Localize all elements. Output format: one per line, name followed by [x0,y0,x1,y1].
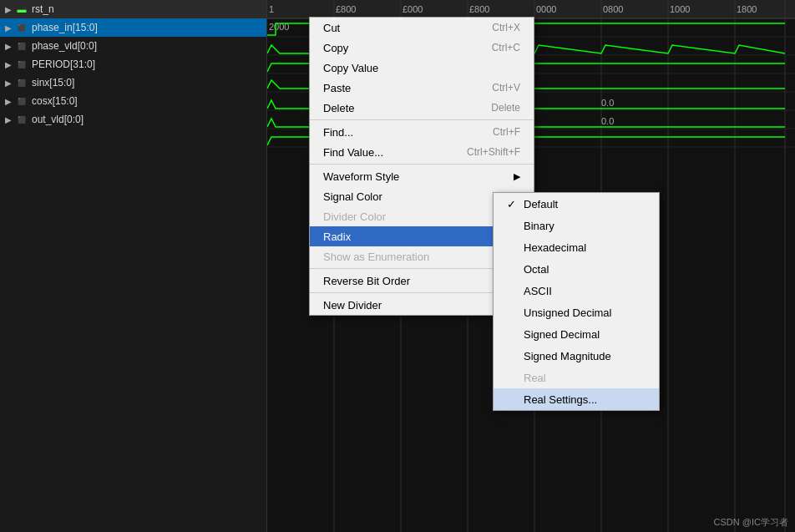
menu-label-reverse_bit: Reverse Bit Order [323,275,410,287]
radix-submenu: ✓DefaultBinaryHexadecimalOctalASCIIUnsig… [493,192,660,411]
menu-label-waveform_style: Waveform Style [323,170,399,183]
radix-label-octal: Octal [524,263,549,276]
radix-label-signed_decimal: Signed Decimal [524,328,600,341]
signal-name-cosx: cosx[15:0] [32,95,78,107]
expand-arrow-sinx[interactable]: ▶ [3,78,13,88]
shortcut-copy: Ctrl+C [492,42,520,53]
menu-label-find: Find... [323,126,353,139]
menu-label-copy_value: Copy Value [323,62,378,74]
signal-name-phase_in: phase_in[15:0] [32,22,98,33]
signal-item-sinx[interactable]: ▶⬛sinx[15:0] [0,73,266,92]
menu-item-find_value[interactable]: Find Value...Ctrl+Shift+F [310,142,534,162]
radix-item-hexadecimal[interactable]: Hexadecimal [494,236,659,258]
signal-list: ▶▬rst_n▶⬛phase_in[15:0]▶⬛phase_vld[0:0]▶… [0,0,266,129]
radix-label-hexadecimal: Hexadecimal [524,241,586,254]
signal-item-out_vld[interactable]: ▶⬛out_vld[0:0] [0,110,266,129]
signal-icon-sinx: ⬛ [15,76,28,89]
signal-icon-out_vld: ⬛ [15,113,28,126]
signal-name-out_vld: out_vld[0:0] [32,114,84,125]
menu-label-divider_color: Divider Color [323,210,386,223]
signal-item-phase_vld[interactable]: ▶⬛phase_vld[0:0] [0,37,266,55]
expand-arrow-phase_vld[interactable]: ▶ [3,41,13,51]
signal-name-PERIOD: PERIOD[31:0] [32,58,95,70]
expand-arrow-phase_in[interactable]: ▶ [3,23,13,33]
shortcut-find_value: Ctrl+Shift+F [467,146,520,158]
expand-arrow-PERIOD[interactable]: ▶ [3,59,13,69]
signal-sidebar: ▶▬rst_n▶⬛phase_in[15:0]▶⬛phase_vld[0:0]▶… [0,0,267,532]
signal-item-phase_in[interactable]: ▶⬛phase_in[15:0] [0,18,266,37]
radix-item-default[interactable]: ✓Default [494,193,659,215]
radix-label-real_settings: Real Settings... [524,393,597,406]
context-menu-overlay: CutCtrl+XCopyCtrl+CCopy ValuePasteCtrl+V… [267,0,795,532]
menu-label-signal_color: Signal Color [323,190,382,203]
menu-label-copy: Copy [323,42,348,54]
radix-item-real: Real [494,367,659,388]
menu-separator-sep2 [310,164,534,165]
signal-icon-cosx: ⬛ [15,94,28,108]
menu-item-delete[interactable]: DeleteDelete [310,98,534,118]
menu-separator-sep1 [310,119,534,120]
menu-item-find[interactable]: Find...Ctrl+F [310,122,534,142]
radix-item-octal[interactable]: Octal [494,258,659,280]
menu-label-delete: Delete [323,102,355,114]
signal-icon-phase_in: ⬛ [15,21,28,34]
radix-label-unsigned_decimal: Unsigned Decimal [524,307,612,319]
check-default: ✓ [507,198,520,210]
signal-item-PERIOD[interactable]: ▶⬛PERIOD[31:0] [0,55,266,73]
menu-label-cut: Cut [323,22,340,34]
menu-label-new_divider: New Divider [323,299,382,312]
menu-item-cut[interactable]: CutCtrl+X [310,18,534,38]
waveform-area: 1 2000 £800 £000 £800 0000 0800 1000 180… [267,0,795,532]
radix-item-real_settings[interactable]: Real Settings... [494,388,659,410]
menu-item-copy[interactable]: CopyCtrl+C [310,38,534,58]
radix-item-unsigned_decimal[interactable]: Unsigned Decimal [494,301,659,323]
radix-item-signed_decimal[interactable]: Signed Decimal [494,323,659,345]
signal-icon-PERIOD: ⬛ [15,58,28,71]
signal-name-sinx: sinx[15:0] [32,77,74,89]
menu-label-show_enum: Show as Enumeration [323,251,429,263]
radix-item-signed_magnitude[interactable]: Signed Magnitude [494,345,659,367]
signal-name-phase_vld: phase_vld[0:0] [32,40,97,52]
signal-icon-phase_vld: ⬛ [15,39,28,53]
radix-label-signed_magnitude: Signed Magnitude [524,350,611,362]
shortcut-delete: Delete [491,102,520,114]
menu-item-copy_value[interactable]: Copy Value [310,58,534,78]
shortcut-cut: Ctrl+X [492,22,520,33]
radix-label-default: Default [524,198,558,210]
shortcut-find: Ctrl+F [493,126,520,138]
signal-icon-rst_n: ▬ [15,3,28,16]
submenu-arrow-waveform_style: ▶ [514,171,520,182]
signal-name-rst_n: rst_n [32,3,54,15]
radix-item-binary[interactable]: Binary [494,215,659,236]
radix-item-ascii[interactable]: ASCII [494,280,659,301]
expand-arrow-rst_n[interactable]: ▶ [3,4,13,14]
radix-label-binary: Binary [524,220,554,232]
expand-arrow-cosx[interactable]: ▶ [3,96,13,106]
menu-item-paste[interactable]: PasteCtrl+V [310,78,534,98]
shortcut-paste: Ctrl+V [492,82,520,94]
signal-item-rst_n[interactable]: ▶▬rst_n [0,0,266,18]
menu-item-waveform_style[interactable]: Waveform Style▶ [310,166,534,186]
signal-item-cosx[interactable]: ▶⬛cosx[15:0] [0,92,266,110]
menu-label-radix: Radix [323,231,351,243]
radix-label-real: Real [524,372,546,384]
menu-label-find_value: Find Value... [323,146,383,159]
radix-label-ascii: ASCII [524,285,552,297]
menu-label-paste: Paste [323,82,351,94]
expand-arrow-out_vld[interactable]: ▶ [3,114,13,124]
